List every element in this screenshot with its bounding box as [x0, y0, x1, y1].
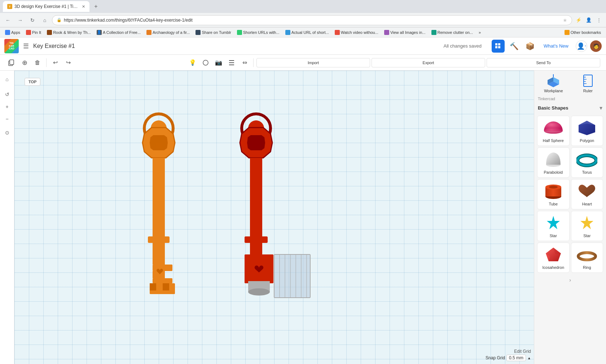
- expand-shapes-button[interactable]: ›: [534, 274, 606, 286]
- box-icon-button[interactable]: 📦: [523, 40, 536, 53]
- active-tab[interactable]: T 3D design Key Exercise #1 | Tink... ✕: [3, 1, 89, 12]
- shape-item-half-sphere[interactable]: Half Sphere: [537, 116, 570, 146]
- grid-view-button[interactable]: [492, 40, 505, 53]
- whats-new-button[interactable]: What's New: [539, 41, 573, 51]
- bookmark-watchvideo[interactable]: Watch video withou...: [333, 29, 381, 36]
- bookmark-pinit[interactable]: Pin It: [24, 29, 43, 36]
- torus-label: Torus: [582, 170, 592, 174]
- camera-tool-button[interactable]: 📷: [213, 57, 224, 68]
- shape-item-star-cyan[interactable]: Star: [537, 211, 570, 241]
- shape-item-paraboloid[interactable]: Paraboloid: [537, 147, 570, 178]
- bookmark-tumblr[interactable]: Share on Tumblr: [193, 29, 233, 36]
- snap-grid-chevron[interactable]: ▲: [527, 356, 531, 360]
- save-status: All changes saved: [444, 43, 482, 49]
- orbit-button[interactable]: ↺: [1, 89, 13, 100]
- light-tool-button[interactable]: 💡: [187, 57, 198, 68]
- mirror-tool-button[interactable]: ⇔: [239, 57, 250, 68]
- bookmark-shorten[interactable]: Shorten URLs with...: [235, 29, 282, 36]
- zoom-in-button[interactable]: +: [1, 101, 13, 112]
- ruler-tool[interactable]: Ruler: [580, 74, 596, 93]
- bookmark-shorten-label: Shorten URLs with...: [243, 30, 280, 35]
- basic-shapes-dropdown[interactable]: ▾: [600, 105, 602, 111]
- duplicate-tool-button[interactable]: ⊕: [19, 57, 30, 68]
- export-toolbar-button[interactable]: Export: [372, 58, 485, 67]
- extensions-button[interactable]: ⚡: [574, 16, 583, 25]
- edit-grid-label[interactable]: Edit Grid: [514, 349, 531, 354]
- bookmark-apps[interactable]: Apps: [3, 29, 22, 36]
- tinkercad-logo[interactable]: TINKERCAD: [4, 39, 19, 53]
- menu-icon[interactable]: ☰: [23, 42, 29, 50]
- svg-rect-0: [495, 43, 497, 45]
- toolbar-divider-1: [46, 58, 47, 67]
- new-tab-button[interactable]: +: [91, 1, 101, 12]
- snap-grid-label: Snap Grid: [486, 355, 505, 360]
- svg-rect-20: [156, 143, 162, 148]
- svg-rect-5: [10, 60, 14, 65]
- bookmark-otherbookmarks[interactable]: Other bookmarks: [562, 29, 603, 36]
- bookmark-viewimages[interactable]: View all Images in...: [382, 29, 428, 36]
- shape-item-star-yellow[interactable]: Star: [571, 211, 603, 241]
- profile-button[interactable]: 👤: [584, 16, 593, 25]
- shape-item-icosahedron[interactable]: Icosahedron: [537, 243, 570, 273]
- shape-item-torus[interactable]: Torus: [571, 147, 603, 178]
- app-header: TINKERCAD ☰ Key Exercise #1 All changes …: [0, 37, 606, 55]
- apps-icon: [5, 30, 10, 35]
- import-toolbar-button[interactable]: Import: [256, 58, 370, 67]
- bookmark-rookwren[interactable]: Rook & Wren by Th...: [45, 29, 93, 36]
- bookmark-watchvideo-label: Watch video withou...: [341, 30, 378, 35]
- back-button[interactable]: ←: [3, 15, 13, 25]
- undo-button[interactable]: ↩: [49, 57, 61, 68]
- zoom-out-button[interactable]: −: [1, 113, 13, 125]
- shape-item-polygon[interactable]: Polygon: [571, 116, 603, 146]
- archaeology-icon: [146, 30, 152, 35]
- otherbookmarks-icon: [565, 30, 570, 35]
- svg-point-69: [582, 254, 592, 258]
- svg-rect-2: [495, 46, 497, 48]
- star-cyan-icon: [543, 214, 564, 232]
- redo-button[interactable]: ↪: [62, 57, 74, 68]
- shorten-icon: [237, 30, 242, 35]
- browser-controls: ← → ↻ ⌂ 🔒 https://www.tinkerkad.com/thin…: [0, 13, 606, 27]
- hammer-icon-button[interactable]: 🔨: [508, 40, 521, 53]
- workplane-label: Workplane: [544, 89, 563, 93]
- user-avatar[interactable]: 🧑: [590, 40, 602, 52]
- shape-item-tube[interactable]: Tube: [537, 179, 570, 209]
- bookmark-collection[interactable]: 👤 A Collection of Free...: [95, 29, 143, 36]
- snap-grid-value[interactable]: 0.5 mm: [506, 355, 526, 361]
- bookmark-apps-label: Apps: [11, 30, 20, 35]
- tube-icon: [543, 182, 564, 200]
- home-button[interactable]: ⌂: [40, 15, 50, 25]
- reload-button[interactable]: ↻: [27, 15, 38, 25]
- heart-icon: [576, 182, 598, 200]
- bookmark-archaeology[interactable]: Archaeology of a fir...: [144, 29, 192, 36]
- paraboloid-icon: [543, 151, 564, 169]
- close-tab-button[interactable]: ✕: [82, 4, 85, 9]
- bookmark-actualurl[interactable]: Actual URL of short...: [283, 29, 331, 36]
- bookmark-removeclutter[interactable]: Remove clutter on...: [429, 29, 475, 36]
- svg-rect-46: [584, 75, 592, 86]
- bookmark-star-icon[interactable]: ★: [563, 17, 567, 23]
- delete-tool-button[interactable]: 🗑: [32, 57, 43, 68]
- settings-button[interactable]: ⋮: [594, 16, 603, 25]
- add-user-button[interactable]: 👤+: [576, 40, 587, 52]
- logo-text: TINKERCAD: [9, 42, 14, 50]
- align-tool-button[interactable]: [226, 57, 237, 68]
- sendto-toolbar-button[interactable]: Send To: [487, 58, 600, 67]
- bookmark-tumblr-label: Share on Tumblr: [202, 30, 231, 35]
- copy-tool-button[interactable]: [6, 57, 17, 68]
- shape-item-heart[interactable]: Heart: [571, 179, 603, 209]
- home-view-button[interactable]: ⌂: [1, 74, 13, 85]
- shape-item-ring[interactable]: Ring: [571, 243, 603, 273]
- workplane-tool[interactable]: Workplane: [544, 74, 563, 93]
- shape-tool-button[interactable]: [200, 57, 211, 68]
- bookmark-more-label: »: [479, 30, 481, 35]
- forward-button[interactable]: →: [15, 15, 25, 25]
- fit-view-button[interactable]: ⊙: [1, 127, 13, 138]
- svg-rect-19: [153, 278, 172, 283]
- bookmarks-bar: Apps Pin It Rook & Wren by Th... 👤 A Col…: [0, 27, 606, 37]
- canvas-area[interactable]: TOP: [14, 71, 534, 364]
- svg-rect-29: [245, 236, 268, 243]
- project-title[interactable]: Key Exercise #1: [33, 43, 439, 49]
- address-bar[interactable]: 🔒 https://www.tinkerkad.com/things/6tYFA…: [52, 15, 572, 25]
- bookmark-more[interactable]: »: [477, 30, 483, 35]
